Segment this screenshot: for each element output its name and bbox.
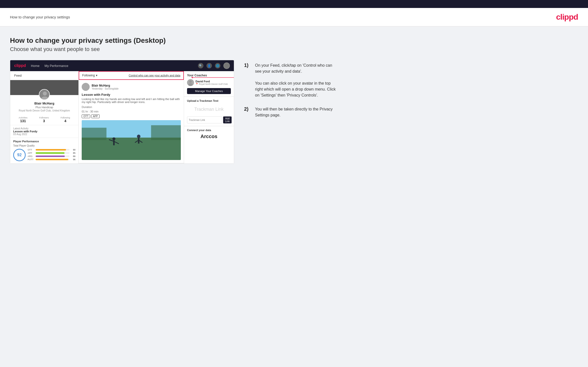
player-performance: Player Performance Total Player Quality …: [10, 138, 78, 163]
app-nav-logo: clippd: [14, 63, 26, 68]
arccos-brand: Arccos: [187, 134, 231, 139]
profile-club: Royal North Devon Golf Club, United King…: [13, 109, 76, 112]
post-duration: Duration: [82, 105, 181, 108]
stat-activities: Activities 131: [19, 116, 28, 123]
bar-putt: PUTT 96: [28, 158, 75, 161]
total-player-quality-label: Total Player Quality: [13, 144, 75, 147]
coach-club: 📍 Royal North Devon Golf Club: [196, 83, 228, 85]
post-title: Lesson with Fordy: [82, 93, 181, 97]
score-circle: 92: [13, 149, 26, 161]
header-title: How to change your privacy settings: [10, 15, 70, 19]
profile-name: Blair McHarg: [13, 102, 76, 105]
app-mockup: clippd Home My Performance 🔍 👤 🌐 Feed: [10, 60, 234, 164]
instructions-panel: 1) On your Feed, click/tap on 'Control w…: [244, 60, 339, 126]
latest-activity-section: Latest Activity Lesson with Fordy 03 Aug…: [10, 125, 78, 138]
post-meta: Yesterday · Sunningdale: [92, 87, 119, 90]
stat-followers-value: 3: [39, 119, 49, 123]
post-image: [82, 120, 181, 160]
post-description: Looking to feel like my hands are exitin…: [82, 98, 181, 104]
bar-ott: OTT 90: [28, 149, 75, 151]
svg-rect-7: [151, 125, 181, 140]
trackman-link-input[interactable]: [187, 116, 222, 123]
svg-point-3: [83, 88, 88, 91]
app-right-panel: Your Coaches David Ford 📍 Royal North De…: [184, 71, 234, 163]
feed-tab[interactable]: Feed: [10, 71, 78, 80]
profile-handicap: Plus Handicap: [13, 106, 76, 109]
header: How to change your privacy settings clip…: [0, 8, 588, 27]
profile-banner: [10, 80, 78, 95]
trackman-placeholder: Trackman Link: [187, 104, 231, 114]
bar-arg: ARG 86: [28, 155, 75, 157]
latest-activity-label: Latest Activity: [13, 127, 75, 130]
nav-home-link[interactable]: Home: [31, 64, 40, 68]
svg-point-2: [84, 84, 87, 87]
manage-coaches-button[interactable]: Manage Your Coaches: [187, 88, 231, 94]
instruction-2: 2) You will then be taken directly to th…: [244, 106, 339, 118]
coaches-section: Your Coaches David Ford 📍 Royal North De…: [184, 71, 234, 97]
instruction-1-number: 1): [244, 62, 252, 98]
following-button[interactable]: Following ▾: [82, 74, 97, 77]
footer: Copyright Clippd 2022: [0, 364, 588, 367]
player-performance-title: Player Performance: [13, 140, 75, 143]
control-privacy-link[interactable]: Control who can see your activity and da…: [129, 74, 180, 77]
tag-ott: OTT: [82, 114, 90, 118]
pp-bars: OTT 90 APP 85 ARG: [28, 149, 75, 161]
nav-performance-link[interactable]: My Performance: [45, 64, 68, 68]
profile-stats: Activities 131 Followers 3 Following 4: [10, 114, 78, 125]
svg-point-12: [137, 135, 140, 138]
top-bar: [0, 0, 588, 8]
profile-avatar: [39, 89, 50, 100]
post-user-info: Blair McHarg Yesterday · Sunningdale: [92, 84, 119, 90]
feed-post: Blair McHarg Yesterday · Sunningdale Les…: [79, 80, 184, 163]
instruction-2-number: 2): [244, 106, 252, 118]
instruction-2-text: You will then be taken directly to the P…: [255, 106, 339, 118]
clippd-logo: clippd: [556, 12, 578, 22]
app-feed: Following ▾ Control who can see your act…: [79, 71, 184, 163]
instruction-1-text: On your Feed, click/tap on 'Control who …: [255, 62, 339, 98]
post-header: Blair McHarg Yesterday · Sunningdale: [82, 83, 181, 91]
stat-activities-value: 131: [19, 119, 28, 123]
nav-right: 🔍 👤 🌐: [198, 62, 230, 69]
coach-club-name: Royal North Devon Golf Club: [199, 83, 228, 85]
tag-app: APP: [91, 114, 100, 118]
main-content: How to change your privacy settings (Des…: [0, 27, 588, 364]
user-avatar-nav[interactable]: [223, 62, 230, 69]
search-icon[interactable]: 🔍: [198, 63, 203, 68]
svg-point-17: [189, 83, 193, 86]
duration-label: Duration: [82, 105, 92, 108]
person-icon[interactable]: 👤: [206, 63, 212, 68]
dropdown-chevron-icon: ▾: [96, 74, 97, 77]
location-icon: 📍: [196, 83, 198, 85]
trackman-title: Upload a Trackman Test: [187, 99, 231, 102]
trackman-section: Upload a Trackman Test Trackman Link Add…: [184, 97, 234, 126]
page-heading: How to change your privacy settings (Des…: [10, 37, 578, 45]
page-subheading: Choose what you want people to see: [10, 46, 578, 52]
coach-info: David Ford 📍 Royal North Devon Golf Club: [196, 80, 228, 85]
golf-scene: [82, 120, 181, 160]
stat-followers: Followers 3: [39, 116, 49, 123]
stat-following-value: 4: [61, 119, 70, 123]
stat-followers-label: Followers: [39, 116, 49, 119]
connect-title: Connect your data: [187, 129, 231, 132]
coach-avatar: [187, 79, 194, 86]
stat-following: Following 4: [61, 116, 70, 123]
trackman-input-row: Add Link: [187, 116, 231, 123]
app-sidebar: Feed Blair McHarg Plus Handicap Royal No…: [10, 71, 79, 163]
latest-activity-name: Lesson with Fordy: [13, 130, 75, 133]
post-tags: OTT APP: [82, 114, 181, 118]
stat-following-label: Following: [61, 116, 70, 119]
bar-app: APP 85: [28, 152, 75, 154]
svg-point-8: [112, 137, 115, 140]
following-bar: Following ▾ Control who can see your act…: [79, 72, 183, 79]
content-area: clippd Home My Performance 🔍 👤 🌐 Feed: [10, 60, 578, 164]
coaches-title: Your Coaches: [187, 74, 231, 77]
app-nav: clippd Home My Performance 🔍 👤 🌐: [10, 60, 234, 71]
post-duration-value: 01 hr : 30 min: [82, 110, 181, 113]
pp-content: 92 OTT 90 APP 85: [13, 149, 75, 161]
latest-activity-date: 03 Aug 2022: [13, 133, 75, 136]
svg-point-16: [189, 80, 192, 83]
svg-rect-5: [82, 138, 181, 160]
globe-icon[interactable]: 🌐: [215, 63, 220, 68]
svg-point-0: [43, 92, 47, 96]
add-link-button[interactable]: Add Link: [223, 116, 232, 123]
